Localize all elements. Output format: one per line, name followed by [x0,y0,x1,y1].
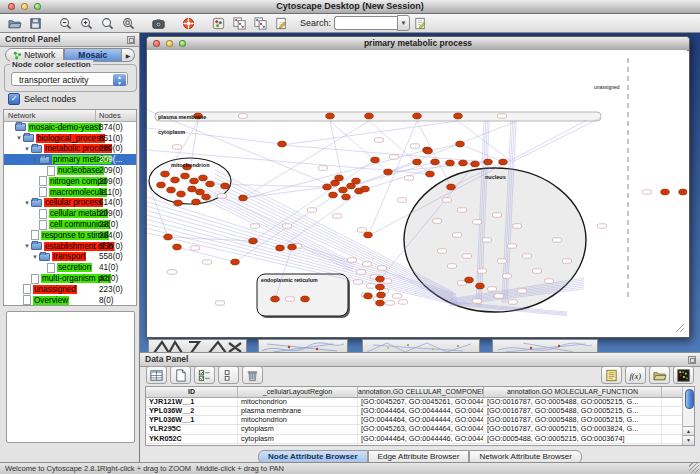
network-node[interactable] [249,238,258,244]
close-icon[interactable] [153,40,160,47]
disclosure-triangle-icon[interactable]: ▼ [15,135,23,141]
column-header-1[interactable]: _cellularLayoutRegion [238,387,358,397]
heatmap-icon[interactable] [673,366,694,384]
network-node[interactable] [206,181,215,187]
table-row[interactable]: YLR295Ccytoplasm[GO:0045263, GO:0044464,… [146,425,694,434]
network-node[interactable] [413,159,422,165]
table-cell[interactable]: mitochondrion [238,444,358,446]
table-cell[interactable]: [GO:0045263, GO:0044464, GO:0044455, G..… [358,425,484,433]
column-header-3[interactable]: annotation.GO MOLECULAR_FUNCTION [484,387,662,397]
import-icon[interactable] [649,366,670,384]
formula-icon[interactable]: f(x) [625,366,646,384]
background-window-4[interactable] [492,339,598,352]
search-input[interactable] [334,16,397,30]
network-node[interactable] [342,194,351,200]
background-window-3[interactable] [362,339,480,352]
tree-row-nitrogen-compo[interactable]: nitrogen compo209(0) [4,176,136,187]
network-node[interactable] [476,283,485,289]
search-config-button[interactable] [410,15,431,32]
save-icon[interactable] [25,15,46,32]
vizmapper-icon[interactable] [208,15,229,32]
table-cell[interactable]: YLR295C [146,425,238,433]
table-cell[interactable]: YJR121W__1 [146,398,238,406]
network-node[interactable] [384,169,393,175]
network-node[interactable] [231,259,240,265]
network-node[interactable] [276,245,285,251]
network-node[interactable] [171,177,180,183]
network-b-icon[interactable] [250,15,271,32]
network-node[interactable] [484,159,493,165]
table-row[interactable]: YPL036W__2plasma membrane[GO:0044464, GO… [146,407,694,416]
network-node[interactable] [465,277,474,283]
app-titlebar[interactable]: Cytoscape Desktop (New Session) [0,0,700,14]
tree-row-nucleobase-[interactable]: nucleobase-209(0) [4,165,136,176]
network-node[interactable] [365,113,374,119]
tree-row-response-to-stimul[interactable]: response to stimul264(0) [4,230,136,241]
attr-table-icon[interactable] [146,366,167,384]
select-attr-icon[interactable] [194,366,215,384]
zoom-window-icon[interactable] [179,40,186,47]
tree-row-multi-organism-pro[interactable]: multi-organism pro42(0) [4,273,136,284]
unselect-attr-icon[interactable] [218,366,239,384]
zoom-selected-icon[interactable] [118,15,139,32]
table-cell[interactable]: YDR039C__1 [146,444,238,446]
table-cell[interactable]: plasma membrane [238,407,358,415]
table-row[interactable]: YDR039C__1mitochondrion[GO:0044464, GO:0… [146,444,694,446]
tree-column-network[interactable]: Network [4,110,96,121]
tree-row-unassigned[interactable]: unassigned223(0) [4,284,136,295]
background-window-2[interactable] [258,339,348,352]
network-node[interactable] [364,232,373,238]
network-node[interactable] [173,244,182,250]
tree-header[interactable]: Network Nodes [4,110,136,122]
tree-row-metabolic-process[interactable]: ▼metabolic process280(0) [4,144,136,155]
table-cell[interactable]: cytoplasm [238,425,358,433]
network-node[interactable] [426,171,435,177]
scrollbar-thumb[interactable] [685,389,694,409]
network-node[interactable] [679,189,687,195]
tree-row-transport[interactable]: ▼transport558(0) [4,252,136,263]
table-cell[interactable]: YKR052C [146,435,238,443]
minimize-icon[interactable] [166,40,173,47]
table-cell[interactable]: [GO:0005488, GO:0005215, GO:0003674] [484,435,662,443]
network-node[interactable] [446,160,455,166]
minimize-icon[interactable] [21,3,28,10]
network-node[interactable] [471,161,480,167]
table-cell[interactable]: [GO:0016787, GO:0005215, GO:0003824, G..… [484,425,662,433]
network-node[interactable] [188,186,197,192]
table-cell[interactable]: [GO:0044464, GO:0044444, GO:0044425, G..… [358,407,484,415]
table-cell[interactable]: YPL036W__1 [146,416,238,424]
network-node[interactable] [167,187,176,193]
network-node[interactable] [661,189,670,195]
tab-overflow-arrow[interactable]: ▶ [122,48,135,62]
new-attr-icon[interactable] [170,366,191,384]
disclosure-triangle-icon[interactable]: ▼ [23,243,31,249]
edit-icon[interactable] [271,15,292,32]
network-node[interactable] [352,178,361,184]
network-node[interactable] [199,175,208,181]
table-cell[interactable]: mitochondrion [238,416,358,424]
tree-row-cell-communicat[interactable]: cell communicat22(0) [4,219,136,230]
network-node[interactable] [202,194,211,200]
tree-row-mosaic-demo-yeast[interactable]: mosaic-demo-yeast874(0) [4,122,136,133]
network-node[interactable] [196,189,205,195]
network-node[interactable] [456,141,465,147]
table-cell[interactable]: cytoplasm [238,435,358,443]
network-node[interactable] [335,175,344,181]
snapshot-icon[interactable] [148,15,169,32]
network-node[interactable] [424,148,433,154]
network-node[interactable] [221,183,230,189]
tree-row-macromolecule[interactable]: macromolecule311(0) [4,187,136,198]
network-node[interactable] [376,276,385,282]
float-panel-icon[interactable] [688,356,696,364]
network-window-titlebar[interactable]: primary metabolic process [147,37,689,51]
disclosure-triangle-icon[interactable]: ▼ [23,146,31,152]
network-node[interactable] [376,284,385,290]
network-node[interactable] [376,300,385,306]
table-cell[interactable]: [GO:0044464, GO:0044444, GO:0044425, G..… [358,416,484,424]
network-node[interactable] [181,173,190,179]
tree-row-establishment-of-lo[interactable]: ▼establishment of lo558(0) [4,241,136,252]
zoom-window-icon[interactable] [34,3,41,10]
node-color-select[interactable]: transporter activity ▲▼ [11,72,128,86]
tree-row-primary-metabo[interactable]: ▼primary metabo209(... [4,154,136,165]
table-cell[interactable]: [GO:0016787, GO:0005488, GO:0005215, G..… [484,444,662,446]
